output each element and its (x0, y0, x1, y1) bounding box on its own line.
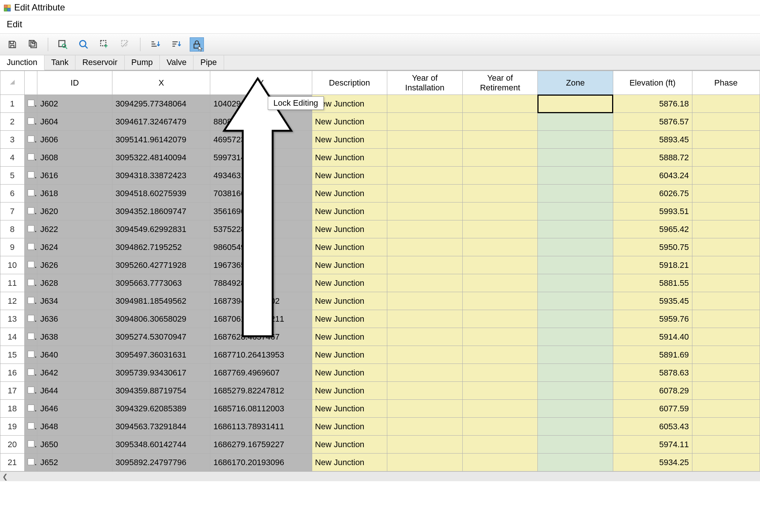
cell-zone[interactable] (538, 364, 613, 382)
cell-phase[interactable] (692, 202, 760, 220)
row-checkbox[interactable] (24, 382, 37, 400)
col-header-zone[interactable]: Zone (538, 71, 613, 95)
cell-year-install[interactable] (387, 328, 463, 346)
cell-zone[interactable] (538, 220, 613, 238)
row-number[interactable]: 7 (0, 202, 25, 220)
row-checkbox[interactable] (24, 131, 37, 149)
cell-description[interactable]: New Junction (312, 149, 387, 167)
cell-description[interactable]: New Junction (312, 382, 387, 400)
cell-year-install[interactable] (387, 382, 463, 400)
cell-x[interactable]: 3094518.60275939 (112, 185, 210, 202)
cell-zone[interactable] (538, 400, 613, 418)
cell-year-retire[interactable] (462, 418, 538, 436)
cell-year-install[interactable] (387, 454, 463, 471)
select-by-rect-button[interactable] (97, 37, 112, 52)
cell-id[interactable]: J626 (37, 256, 112, 274)
col-header-elevation[interactable]: Elevation (ft) (613, 71, 692, 95)
cell-year-install[interactable] (387, 418, 463, 436)
cell-year-install[interactable] (387, 113, 463, 131)
table-row[interactable]: 5 J616 3094318.33872423 49346311 New Jun… (0, 167, 760, 185)
checkbox-icon[interactable] (28, 315, 34, 322)
table-row[interactable]: 13 J636 3094806.30658029 1687061.5197021… (0, 310, 760, 328)
cell-year-retire[interactable] (462, 346, 538, 364)
row-number[interactable]: 16 (0, 364, 25, 382)
row-checkbox[interactable] (24, 328, 37, 346)
row-number[interactable]: 21 (0, 454, 25, 471)
cell-x[interactable]: 3095141.96142079 (112, 131, 210, 149)
row-number[interactable]: 11 (0, 274, 25, 292)
cell-id[interactable]: J650 (37, 436, 112, 454)
table-row[interactable]: 7 J620 3094352.18609747 3561696 New Junc… (0, 202, 760, 220)
scroll-left-icon[interactable]: ❮ (2, 473, 8, 481)
tab-junction[interactable]: Junction (0, 55, 44, 70)
cell-y[interactable]: 88087 (210, 113, 312, 131)
table-row[interactable]: 6 J618 3094518.60275939 70381662 New Jun… (0, 185, 760, 202)
cell-elevation[interactable]: 5893.45 (613, 131, 692, 149)
cell-elevation[interactable]: 5876.18 (613, 95, 692, 113)
cell-y[interactable]: 78849287 (210, 274, 312, 292)
cell-zone[interactable] (538, 328, 613, 346)
cell-x[interactable]: 3094359.88719754 (112, 382, 210, 400)
row-number[interactable]: 14 (0, 328, 25, 346)
cell-id[interactable]: J652 (37, 454, 112, 471)
cell-phase[interactable] (692, 167, 760, 185)
cell-elevation[interactable]: 5935.45 (613, 292, 692, 310)
cell-y[interactable]: 1686113.78931411 (210, 418, 312, 436)
cell-x[interactable]: 3094295.77348064 (112, 95, 210, 113)
col-header-id[interactable]: ID (37, 71, 112, 95)
checkbox-icon[interactable] (28, 333, 34, 340)
row-checkbox[interactable] (24, 292, 37, 310)
cell-y[interactable]: 1687769.4969607 (210, 364, 312, 382)
cell-description[interactable]: New Junction (312, 346, 387, 364)
cell-y[interactable]: 1687061.51970211 (210, 310, 312, 328)
cell-elevation[interactable]: 5914.40 (613, 328, 692, 346)
row-number[interactable]: 8 (0, 220, 25, 238)
cell-phase[interactable] (692, 256, 760, 274)
cell-year-install[interactable] (387, 400, 463, 418)
cell-description[interactable]: New Junction (312, 364, 387, 382)
cell-x[interactable]: 3094862.7195252 (112, 238, 210, 256)
checkbox-icon[interactable] (28, 118, 34, 124)
row-number[interactable]: 6 (0, 185, 25, 202)
cell-y[interactable]: 1685716.08112003 (210, 400, 312, 418)
row-number[interactable]: 1 (0, 95, 25, 113)
cell-id[interactable]: J640 (37, 346, 112, 364)
cell-y[interactable]: 1686279.16759227 (210, 436, 312, 454)
cell-x[interactable]: 3094806.30658029 (112, 310, 210, 328)
cell-y[interactable]: 49346311 (210, 167, 312, 185)
checkbox-header[interactable] (24, 71, 37, 95)
cell-zone[interactable] (538, 113, 613, 131)
cell-y[interactable]: 53752287 (210, 220, 312, 238)
table-row[interactable]: 20 J650 3095348.60142744 1686279.1675922… (0, 436, 760, 454)
cell-zone[interactable] (538, 382, 613, 400)
cell-year-retire[interactable] (462, 185, 538, 202)
cell-y[interactable]: 3561696 (210, 202, 312, 220)
col-header-description[interactable]: Description (312, 71, 387, 95)
cell-zone[interactable] (538, 454, 613, 471)
cell-zone[interactable] (538, 238, 613, 256)
checkbox-icon[interactable] (28, 225, 34, 232)
cell-year-retire[interactable] (462, 436, 538, 454)
row-number[interactable]: 19 (0, 418, 25, 436)
row-checkbox[interactable] (24, 238, 37, 256)
row-number[interactable]: 17 (0, 382, 25, 400)
cell-description[interactable]: New Junction (312, 436, 387, 454)
cell-phase[interactable] (692, 418, 760, 436)
cell-year-retire[interactable] (462, 454, 538, 471)
cell-zone[interactable] (538, 292, 613, 310)
cell-elevation[interactable]: 5950.75 (613, 238, 692, 256)
lock-editing-button[interactable] (190, 37, 204, 52)
clear-selection-button[interactable] (118, 37, 133, 52)
cell-description[interactable]: New Junction (312, 113, 387, 131)
table-row[interactable]: 3 J606 3095141.96142079 46957237 New Jun… (0, 131, 760, 149)
cell-phase[interactable] (692, 113, 760, 131)
cell-id[interactable]: J624 (37, 238, 112, 256)
tab-reservoir[interactable]: Reservoir (75, 55, 124, 70)
cell-phase[interactable] (692, 95, 760, 113)
cell-description[interactable]: New Junction (312, 202, 387, 220)
cell-elevation[interactable]: 6026.75 (613, 185, 692, 202)
row-checkbox[interactable] (24, 220, 37, 238)
cell-elevation[interactable]: 5918.21 (613, 256, 692, 274)
cell-id[interactable]: J646 (37, 400, 112, 418)
cell-elevation[interactable]: 6043.24 (613, 167, 692, 185)
